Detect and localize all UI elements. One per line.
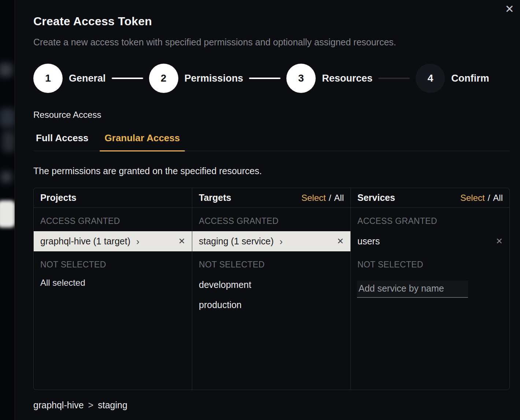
stepper: 1 General 2 Permissions 3 Resources 4 Co…: [33, 64, 510, 93]
resource-picker-table: Projects ACCESS GRANTED graphql-hive (1 …: [33, 188, 510, 390]
access-granted-label: ACCESS GRANTED: [34, 208, 192, 231]
step-label: Confirm: [451, 73, 489, 84]
targets-column-title: Targets: [199, 192, 231, 203]
targets-all-link[interactable]: All: [334, 193, 344, 203]
access-granted-label: ACCESS GRANTED: [351, 208, 509, 231]
not-selected-label: NOT SELECTED: [192, 251, 350, 275]
step-number-circle: 1: [33, 64, 63, 93]
breadcrumb-target: staging: [98, 400, 127, 410]
target-option-development[interactable]: development: [192, 275, 350, 295]
services-select-all: Select / All: [460, 193, 503, 203]
projects-column-header: Projects: [34, 188, 192, 208]
step-permissions[interactable]: 2 Permissions: [149, 64, 244, 93]
access-tabs: Full Access Granular Access: [33, 132, 510, 151]
selected-project-row[interactable]: graphql-hive (1 target) › ✕: [34, 231, 192, 251]
select-all-divider: /: [329, 193, 331, 203]
blurred-background-shape: [1, 171, 12, 183]
granular-access-description: The permissions are granted on the speci…: [33, 166, 510, 176]
blurred-background-card: [0, 200, 15, 228]
remove-target-icon[interactable]: ✕: [337, 237, 344, 245]
targets-select-all: Select / All: [301, 193, 344, 203]
access-granted-label: ACCESS GRANTED: [192, 208, 350, 231]
selected-service-row[interactable]: users ✕: [351, 231, 509, 251]
step-confirm[interactable]: 4 Confirm: [416, 64, 489, 93]
breadcrumb-project: graphql-hive: [33, 400, 84, 410]
targets-select-link[interactable]: Select: [301, 193, 326, 203]
step-number-circle: 3: [286, 64, 316, 93]
projects-all-selected-note: All selected: [34, 275, 192, 291]
dialog-subtitle: Create a new access token with specified…: [33, 37, 510, 48]
step-label: General: [69, 73, 106, 84]
selected-project-label: graphql-hive (1 target): [40, 236, 130, 247]
dialog-title: Create Access Token: [33, 15, 510, 28]
step-label: Permissions: [185, 73, 244, 84]
step-general[interactable]: 1 General: [33, 64, 106, 93]
remove-service-icon[interactable]: ✕: [496, 237, 503, 245]
projects-column: Projects ACCESS GRANTED graphql-hive (1 …: [34, 188, 192, 390]
tab-granular-access[interactable]: Granular Access: [100, 132, 185, 151]
services-column: Services Select / All ACCESS GRANTED use…: [351, 188, 509, 390]
blurred-background-shape: [0, 63, 12, 77]
targets-column: Targets Select / All ACCESS GRANTED stag…: [192, 188, 351, 390]
projects-column-title: Projects: [40, 192, 77, 203]
step-connector: [112, 78, 143, 79]
breadcrumb: graphql-hive > staging: [33, 400, 510, 410]
step-resources[interactable]: 3 Resources: [286, 64, 372, 93]
step-number-circle: 2: [149, 64, 178, 93]
services-all-link[interactable]: All: [493, 193, 503, 203]
blurred-background-shape: [0, 108, 15, 127]
close-icon[interactable]: ✕: [505, 4, 514, 15]
chevron-right-icon: ›: [136, 237, 140, 246]
breadcrumb-separator: >: [88, 400, 94, 410]
resource-access-heading: Resource Access: [33, 110, 510, 120]
services-column-header: Services Select / All: [351, 188, 509, 208]
create-access-token-dialog: ✕ Create Access Token Create a new acces…: [15, 0, 520, 420]
selected-target-label: staging (1 service): [199, 236, 274, 247]
services-select-link[interactable]: Select: [460, 193, 485, 203]
add-service-input[interactable]: [357, 281, 468, 298]
not-selected-label: NOT SELECTED: [351, 251, 509, 275]
step-connector-inactive: [378, 78, 410, 79]
not-selected-label: NOT SELECTED: [34, 251, 192, 275]
remove-project-icon[interactable]: ✕: [178, 237, 185, 245]
tab-full-access[interactable]: Full Access: [33, 132, 94, 151]
step-number-circle: 4: [416, 64, 445, 93]
selected-target-row[interactable]: staging (1 service) › ✕: [192, 231, 350, 251]
selected-service-label: users: [357, 236, 380, 247]
background-page-blurred: [0, 0, 15, 420]
step-connector: [249, 78, 281, 79]
select-all-divider: /: [488, 193, 490, 203]
targets-column-header: Targets Select / All: [192, 188, 350, 208]
chevron-right-icon: ›: [279, 237, 283, 246]
blurred-background-shape: [2, 131, 15, 152]
target-option-production[interactable]: production: [192, 295, 350, 315]
services-column-title: Services: [357, 192, 395, 203]
step-label: Resources: [322, 73, 372, 84]
